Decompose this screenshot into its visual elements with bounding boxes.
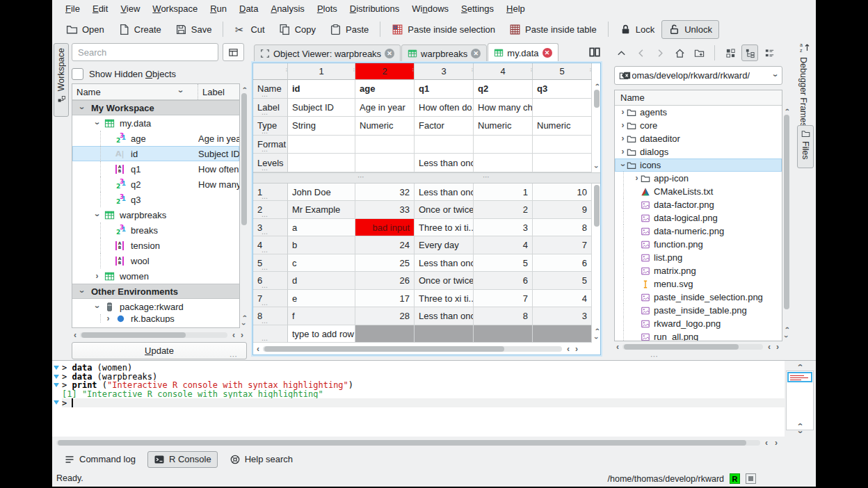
- scroll-left-icon[interactable]: ‹: [766, 343, 773, 351]
- tool-tab-help-search[interactable]: Help search: [223, 451, 299, 468]
- scroll-up-icon[interactable]: ›: [796, 361, 804, 369]
- meta-row-label-format[interactable]: Format: [253, 136, 288, 154]
- meta-row-label-type[interactable]: Type: [253, 117, 288, 136]
- clear-path-icon[interactable]: [619, 70, 633, 81]
- data-cell[interactable]: 32: [355, 184, 415, 202]
- scroll-right-icon[interactable]: ›: [239, 331, 246, 339]
- meta-cell[interactable]: id: [288, 80, 355, 99]
- forward-button[interactable]: [652, 44, 668, 61]
- files-vscrollbar[interactable]: › › ›: [783, 90, 790, 341]
- meta-cell[interactable]: String: [288, 117, 355, 136]
- meta-cell[interactable]: Factor: [415, 117, 474, 136]
- document-thumbnail[interactable]: [787, 372, 812, 382]
- menu-windows[interactable]: Windows: [405, 0, 455, 18]
- close-icon[interactable]: ✕: [385, 49, 394, 58]
- data-cell[interactable]: 9: [533, 201, 592, 219]
- scroll-left-icon[interactable]: ‹: [72, 331, 79, 339]
- home-button[interactable]: [671, 44, 688, 61]
- data-cell[interactable]: e: [288, 290, 355, 308]
- scroll-down-icon[interactable]: ›: [241, 320, 248, 327]
- file-list-header[interactable]: Name: [615, 90, 782, 106]
- scroll-thumb[interactable]: [241, 93, 247, 225]
- data-cell[interactable]: Less than onc...: [415, 254, 474, 273]
- scroll-up-icon[interactable]: ›: [593, 326, 600, 333]
- meta-cell[interactable]: [288, 154, 355, 172]
- data-cell[interactable]: 8: [474, 307, 533, 325]
- meta-cell[interactable]: [533, 154, 592, 172]
- scroll-up-icon[interactable]: ›: [593, 81, 600, 88]
- debugger-frames-dock-tab[interactable]: Debugger Frames: [798, 57, 808, 127]
- data-cell[interactable]: 4: [533, 290, 592, 308]
- meta-cell[interactable]: [355, 154, 415, 172]
- row-splitter[interactable]: [253, 172, 600, 184]
- scroll-down-icon[interactable]: ›: [783, 333, 790, 340]
- data-cell[interactable]: d: [288, 272, 355, 290]
- copy-button[interactable]: Copy: [272, 20, 323, 39]
- file-item-rkward-logo-png[interactable]: rkward_logo.png: [615, 317, 782, 330]
- close-icon[interactable]: ✕: [471, 49, 481, 58]
- row-header-7[interactable]: 7: [253, 290, 288, 308]
- meta-cell[interactable]: How often do...: [415, 99, 474, 117]
- meta-cell[interactable]: [474, 154, 533, 172]
- file-item-app-icon[interactable]: ›app-icon: [615, 172, 782, 185]
- menu-edit[interactable]: Edit: [86, 0, 114, 18]
- console-splitter[interactable]: [52, 355, 786, 360]
- filebrowser-path-combo[interactable]: /home/thomas/develop/rkward/rkward/ ›: [614, 66, 782, 85]
- chevron-down-icon[interactable]: ›: [78, 104, 86, 112]
- tree-item-id[interactable]: A|idSubject ID: [72, 146, 239, 161]
- data-cell[interactable]: 6: [533, 254, 592, 273]
- meta-cell[interactable]: [533, 136, 592, 154]
- meta-cell[interactable]: q2: [474, 80, 533, 99]
- scroll-left-icon[interactable]: ‹: [230, 331, 237, 339]
- tree-item-breaks[interactable]: 231breaks: [72, 222, 239, 238]
- scroll-up-icon[interactable]: ›: [241, 85, 248, 92]
- data-cell[interactable]: 17: [355, 290, 415, 308]
- meta-cell[interactable]: q3: [533, 80, 592, 99]
- meta-cell[interactable]: [474, 136, 533, 154]
- meta-cell[interactable]: Less than onc...: [415, 154, 474, 172]
- scroll-thumb[interactable]: [264, 346, 504, 352]
- column-header-label[interactable]: Label: [198, 84, 225, 99]
- data-cell[interactable]: 4: [474, 236, 533, 254]
- row-header-2[interactable]: 2: [253, 201, 288, 219]
- row-header-6[interactable]: 6: [253, 272, 288, 290]
- menu-view[interactable]: View: [114, 0, 146, 18]
- chevron-down-icon[interactable]: ›: [93, 211, 101, 219]
- scroll-thumb[interactable]: [81, 332, 186, 338]
- column-header-name[interactable]: Name: [620, 92, 645, 103]
- menu-data[interactable]: Data: [233, 0, 264, 18]
- file-item-menu-svg[interactable]: menu.svg: [615, 277, 782, 291]
- scroll-left-icon[interactable]: ‹: [763, 439, 770, 447]
- menu-plots[interactable]: Plots: [311, 0, 344, 18]
- file-item-matrix-png[interactable]: matrix.png: [615, 264, 782, 277]
- meta-row-label-label[interactable]: Label: [253, 99, 288, 117]
- menu-analysis[interactable]: Analysis: [264, 0, 310, 18]
- chevron-right-icon[interactable]: ›: [619, 148, 627, 156]
- file-item-dataeditor[interactable]: ›dataeditor: [615, 132, 782, 145]
- chevron-right-icon[interactable]: ›: [104, 315, 112, 323]
- chevron-right-icon[interactable]: ›: [93, 273, 101, 280]
- meta-cell[interactable]: Subject ID: [288, 99, 355, 117]
- show-hidden-checkbox[interactable]: [72, 68, 83, 80]
- data-cell[interactable]: 7: [533, 236, 592, 254]
- view-grid-button[interactable]: [722, 44, 739, 61]
- menu-workspace[interactable]: Workspace: [146, 0, 204, 18]
- workspace-tree-header[interactable]: Name › Label: [72, 84, 239, 100]
- data-cell[interactable]: 3: [474, 219, 533, 237]
- chevron-right-icon[interactable]: ›: [619, 108, 627, 116]
- unlock-button[interactable]: Unlock: [661, 20, 719, 39]
- column-header-1[interactable]: 1: [288, 63, 355, 80]
- meta-cell[interactable]: age: [355, 80, 415, 99]
- scroll-left-icon[interactable]: ‹: [255, 345, 262, 353]
- tree-item-q3[interactable]: 231q3: [72, 192, 239, 207]
- tree-group-other-environments[interactable]: ›Other Environments: [72, 284, 239, 299]
- workspace-dock-tab[interactable]: Workspace: [54, 43, 69, 117]
- column-header-5[interactable]: 5: [533, 63, 592, 80]
- tab-warpbreaks[interactable]: warpbreaks✕: [401, 44, 487, 63]
- chevron-down-icon[interactable]: ›: [93, 303, 101, 311]
- scroll-up-icon[interactable]: ›: [783, 325, 790, 332]
- tree-item-my-data[interactable]: ›my.data: [72, 115, 239, 131]
- data-cell[interactable]: 24: [355, 236, 415, 254]
- tree-item-warpbreaks[interactable]: ›warpbreaks: [72, 207, 239, 222]
- data-cell[interactable]: Every day: [415, 236, 474, 254]
